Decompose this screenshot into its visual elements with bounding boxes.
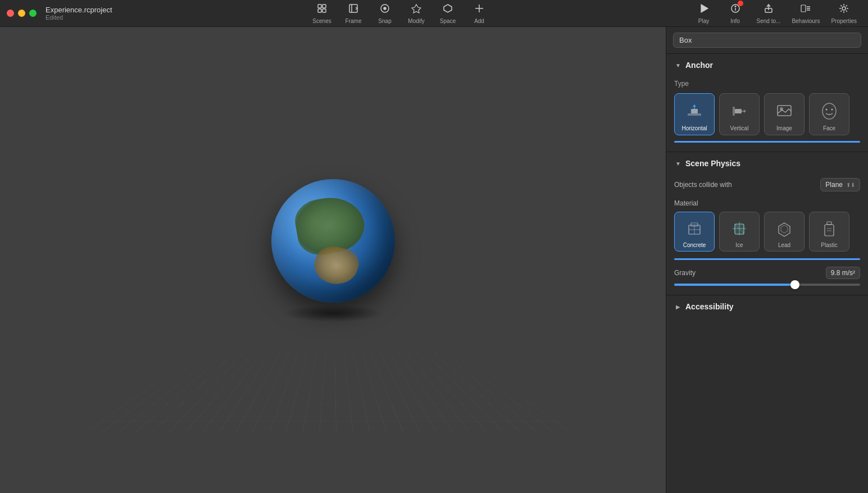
lead-icon (772, 217, 796, 240)
gravity-value: 9.8 m/s² (826, 267, 860, 279)
svg-rect-45 (827, 222, 831, 225)
anchor-btn-image[interactable]: Image (764, 93, 805, 135)
material-btn-concrete[interactable]: Concrete (674, 212, 715, 252)
anchor-btn-vertical[interactable]: Vertical (719, 93, 760, 135)
material-btn-plastic[interactable]: Plastic (809, 212, 849, 252)
collide-label: Objects collide with (674, 181, 732, 189)
svg-rect-26 (733, 107, 735, 116)
scenes-icon (316, 3, 328, 17)
concrete-label: Concrete (683, 242, 706, 248)
gravity-slider-thumb[interactable] (790, 280, 799, 289)
material-btn-ice[interactable]: Ice (719, 212, 760, 252)
toolbar-item-send-to[interactable]: Send to... (752, 1, 785, 26)
material-label: Material (674, 199, 860, 207)
main-area: ▼ Anchor Type (0, 27, 868, 493)
toolbar-item-frame[interactable]: Frame (339, 1, 368, 26)
face-anchor-label: Face (823, 125, 835, 131)
anchor-btn-horizontal[interactable]: Horizontal (674, 93, 715, 135)
gravity-slider[interactable] (674, 284, 860, 286)
collide-field-row: Objects collide with Plane ⬆⬇ (674, 178, 860, 191)
svg-marker-8 (444, 4, 452, 12)
gravity-row: Gravity 9.8 m/s² (674, 267, 860, 279)
toolbar-item-properties[interactable]: Properties (826, 1, 861, 26)
anchor-section-header[interactable]: ▼ Anchor (666, 54, 868, 75)
face-anchor-icon (817, 99, 841, 123)
viewport[interactable] (0, 27, 666, 493)
vertical-anchor-label: Vertical (730, 125, 749, 131)
app-title: Experience.rcproject (46, 6, 112, 14)
frame-icon (348, 3, 359, 17)
window-controls (7, 10, 37, 17)
accessibility-header[interactable]: ▶ Accessibility (666, 295, 868, 318)
toolbar-item-scenes[interactable]: Scenes (307, 1, 337, 26)
anchor-section-content: Type Horizontal (666, 75, 868, 152)
frame-label: Frame (346, 18, 362, 24)
vertical-anchor-icon (728, 99, 751, 123)
svg-point-34 (831, 109, 833, 111)
collide-select-arrow-icon: ⬆⬇ (846, 182, 855, 188)
svg-rect-0 (318, 4, 321, 8)
properties-icon (838, 3, 849, 17)
minimize-button[interactable] (18, 10, 25, 17)
collide-select[interactable]: Plane ⬆⬇ (820, 178, 860, 191)
toolbar-item-space[interactable]: Space (433, 1, 462, 26)
anchor-btn-face[interactable]: Face (809, 93, 849, 135)
toolbar-item-add[interactable]: Add (465, 1, 494, 26)
maximize-button[interactable] (29, 10, 37, 17)
lead-label: Lead (778, 242, 790, 248)
scenes-label: Scenes (312, 18, 331, 24)
play-label: Play (698, 18, 709, 24)
toolbar-item-behaviours[interactable]: Behaviours (787, 1, 824, 26)
horizontal-anchor-icon (683, 99, 706, 123)
svg-point-14 (735, 6, 736, 7)
toolbar-item-play[interactable]: Play (689, 1, 719, 26)
svg-marker-29 (744, 109, 746, 113)
toolbar-right: Play Info Send to (689, 1, 861, 26)
svg-rect-46 (825, 225, 834, 236)
svg-point-21 (842, 7, 846, 10)
modify-label: Modify (408, 18, 424, 24)
toolbar-item-snap[interactable]: Snap (370, 1, 399, 26)
snap-label: Snap (378, 18, 391, 24)
send-to-icon (763, 3, 774, 17)
accessibility-chevron-icon: ▶ (674, 303, 682, 311)
svg-rect-27 (735, 109, 742, 113)
space-icon (442, 3, 453, 17)
svg-point-7 (384, 7, 386, 10)
add-icon (474, 3, 485, 17)
svg-marker-11 (701, 4, 708, 12)
search-input[interactable] (673, 33, 861, 48)
play-icon (698, 3, 710, 17)
scene-physics-chevron-icon: ▼ (674, 159, 682, 167)
svg-rect-23 (691, 109, 698, 113)
toolbar-icons: Scenes Frame Snap (112, 1, 689, 26)
anchor-chevron-icon: ▼ (674, 61, 682, 69)
toolbar-item-info[interactable]: Info (721, 1, 750, 26)
anchor-type-label: Type (674, 80, 860, 88)
titlebar: Experience.rcproject Edited Scenes (0, 0, 868, 27)
anchor-type-row: Horizontal Vertical (674, 93, 860, 135)
collide-value: Plane (825, 181, 843, 189)
accessibility-title: Accessibility (685, 302, 734, 311)
scene-physics-header[interactable]: ▼ Scene Physics (666, 152, 868, 174)
globe (271, 179, 395, 303)
image-anchor-label: Image (776, 125, 792, 131)
space-label: Space (440, 18, 456, 24)
svg-point-32 (822, 103, 836, 119)
svg-marker-25 (693, 104, 696, 107)
info-icon (730, 3, 741, 17)
material-btn-lead[interactable]: Lead (764, 212, 805, 252)
toolbar-item-modify[interactable]: Modify (402, 1, 431, 26)
behaviours-icon (800, 3, 811, 17)
svg-rect-22 (688, 113, 701, 116)
close-button[interactable] (7, 10, 14, 17)
right-panel: ▼ Anchor Type (666, 27, 868, 493)
scene-physics-section: ▼ Scene Physics Objects collide with Pla… (666, 152, 868, 295)
scene-physics-content: Objects collide with Plane ⬆⬇ Material (666, 174, 868, 295)
concrete-icon (683, 217, 706, 240)
svg-marker-44 (781, 225, 788, 233)
svg-rect-30 (778, 106, 791, 116)
anchor-section-title: Anchor (685, 61, 713, 70)
image-anchor-icon (772, 99, 796, 123)
svg-rect-3 (322, 9, 326, 12)
